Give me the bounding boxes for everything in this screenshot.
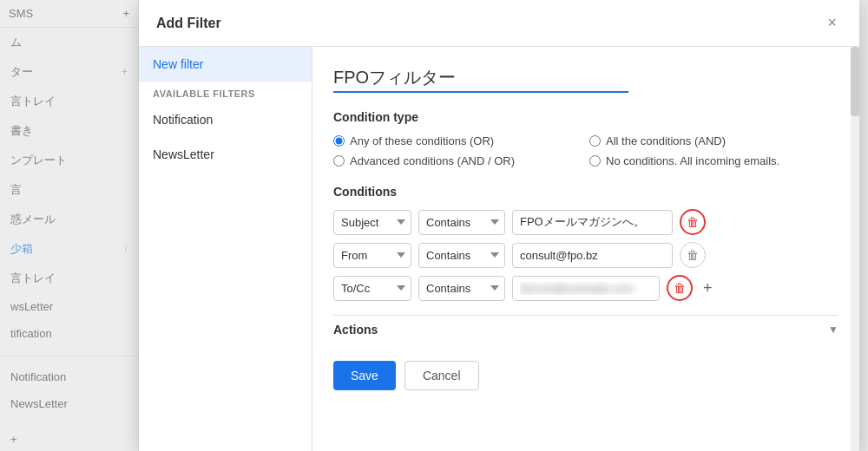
condition-type-group: Any of these conditions (OR) All the con… [333,134,838,167]
add-filter-modal: Add Filter × New filter AVAILABLE FILTER… [139,0,859,451]
form-actions: Save Cancel [333,361,838,390]
condition-3-field[interactable]: Subject From To/Cc [333,276,411,301]
condition-add-button[interactable]: + [700,279,716,297]
sidebar-item-kaki[interactable]: 書き [0,116,138,146]
radio-none-label: No conditions. All incoming emails. [606,154,779,167]
sidebar-item-notification2[interactable]: Notification [0,363,138,390]
sidebar: SMS + ム ター+ 言トレイ 書き ンプレート 言 惑メール 少箱⁝ 言トレ… [0,0,139,451]
sidebar-item-tray[interactable]: 言トレイ [0,87,138,116]
sidebar-item-mu[interactable]: ム [0,28,138,57]
filter-list-newsletter[interactable]: NewsLetter [139,137,312,172]
sidebar-item-ta[interactable]: ター+ [0,57,138,87]
sidebar-item-inbox[interactable]: 少箱⁝ [0,234,138,264]
modal-close-button[interactable]: × [822,12,842,34]
sidebar-logo: SMS [9,7,33,20]
condition-3-operator[interactable]: Contains Does not contain [418,276,505,301]
filter-list-notification[interactable]: Notification [139,102,312,137]
cancel-button[interactable]: Cancel [404,361,479,390]
modal-header: Add Filter × [139,0,859,47]
condition-row-1: Subject From To/Cc Contains Does not con… [333,209,838,235]
condition-1-delete[interactable]: 🗑 [680,209,706,235]
sidebar-item-newsletter[interactable]: wsLetter [0,293,138,320]
condition-1-value[interactable] [512,210,673,235]
condition-3-value[interactable] [512,276,660,301]
filter-list-new[interactable]: New filter [139,47,312,82]
condition-1-field[interactable]: Subject From To/Cc [333,210,411,235]
radio-or-label: Any of these conditions (OR) [350,134,494,147]
sidebar-item-kotoba[interactable]: 言 [0,175,138,205]
actions-section: Actions ▼ [333,315,838,343]
sidebar-add-icon[interactable]: + [122,7,129,20]
radio-advanced-label: Advanced conditions (AND / OR) [350,154,515,167]
actions-header: Actions ▼ [333,315,838,343]
radio-and-input[interactable] [589,135,601,147]
available-filters-heading: AVAILABLE FILTERS [139,82,312,102]
sidebar-header: SMS + [0,0,138,28]
condition-row-2: Subject From To/Cc Contains Does not con… [333,242,838,268]
radio-advanced-input[interactable] [333,155,345,167]
radio-or-input[interactable] [333,135,345,147]
condition-2-field[interactable]: Subject From To/Cc [333,243,411,268]
sidebar-item-meiwaku[interactable]: 惑メール [0,205,138,234]
sidebar-item-sent[interactable]: 言トレイ [0,264,138,293]
radio-none-input[interactable] [589,155,601,167]
condition-3-delete[interactable]: 🗑 [667,275,693,301]
actions-label: Actions [333,323,378,337]
sidebar-item-notification[interactable]: tification [0,320,138,347]
radio-none[interactable]: No conditions. All incoming emails. [589,154,838,167]
sidebar-item-template[interactable]: ンプレート [0,146,138,175]
modal-body: New filter AVAILABLE FILTERS Notificatio… [139,47,859,451]
conditions-label: Conditions [333,185,838,199]
save-button[interactable]: Save [333,361,396,390]
sidebar-item-newsletter2[interactable]: NewsLetter [0,390,138,417]
condition-2-delete[interactable]: 🗑 [680,242,706,268]
filter-list-panel: New filter AVAILABLE FILTERS Notificatio… [139,47,312,451]
radio-and[interactable]: All the conditions (AND) [589,134,838,147]
condition-2-value[interactable] [512,243,673,268]
sidebar-item-bottom[interactable]: + [0,426,138,451]
scrollbar-track[interactable] [851,47,859,451]
sidebar-plus-icon[interactable]: + [122,66,128,78]
sidebar-inbox-icon: ⁝ [124,243,128,255]
condition-type-label: Condition type [333,110,838,124]
condition-2-operator[interactable]: Contains Does not contain [418,243,505,268]
conditions-section: Conditions Subject From To/Cc Contains D… [333,185,838,301]
condition-1-operator[interactable]: Contains Does not contain [418,210,505,235]
radio-and-label: All the conditions (AND) [606,134,726,147]
actions-chevron-icon[interactable]: ▼ [828,324,838,336]
scrollbar-thumb[interactable] [851,47,859,116]
radio-or[interactable]: Any of these conditions (OR) [333,134,582,147]
condition-row-3: Subject From To/Cc Contains Does not con… [333,275,838,301]
filter-name-input[interactable] [333,64,628,93]
radio-advanced[interactable]: Advanced conditions (AND / OR) [333,154,582,167]
modal-title: Add Filter [156,16,221,31]
filter-form-panel: Condition type Any of these conditions (… [312,47,859,451]
